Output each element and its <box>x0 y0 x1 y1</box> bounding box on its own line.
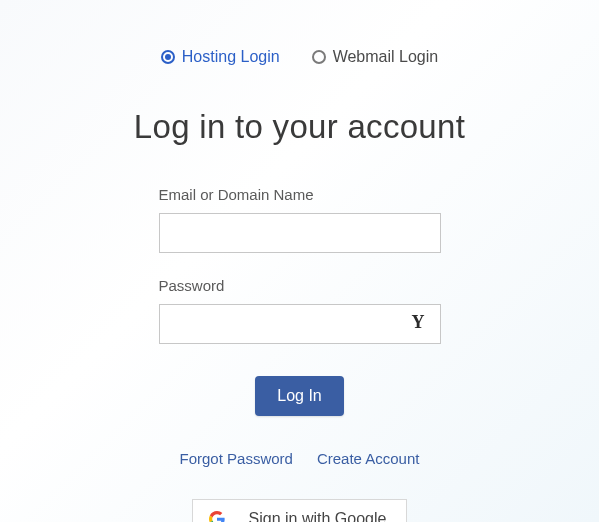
tab-webmail-login[interactable]: Webmail Login <box>312 48 439 66</box>
radio-unselected-icon <box>312 50 326 64</box>
email-input-wrap <box>159 213 441 253</box>
tab-webmail-label: Webmail Login <box>333 48 439 66</box>
login-form: Email or Domain Name Password Y Log In F… <box>159 186 441 522</box>
login-button[interactable]: Log In <box>255 376 343 416</box>
login-type-tabs: Hosting Login Webmail Login <box>161 48 438 66</box>
password-input-wrap: Y <box>159 304 441 344</box>
radio-selected-icon <box>161 50 175 64</box>
google-signin-button[interactable]: Sign in with Google <box>192 499 408 522</box>
aux-links: Forgot Password Create Account <box>159 450 441 467</box>
password-field[interactable] <box>159 304 441 344</box>
email-label: Email or Domain Name <box>159 186 441 203</box>
tab-hosting-login[interactable]: Hosting Login <box>161 48 280 66</box>
password-label: Password <box>159 277 441 294</box>
google-icon <box>209 511 225 522</box>
page-title: Log in to your account <box>134 108 465 146</box>
forgot-password-link[interactable]: Forgot Password <box>180 450 293 467</box>
create-account-link[interactable]: Create Account <box>317 450 420 467</box>
tab-hosting-label: Hosting Login <box>182 48 280 66</box>
email-field[interactable] <box>159 213 441 253</box>
password-manager-icon[interactable]: Y <box>412 312 425 333</box>
google-signin-label: Sign in with Google <box>249 510 387 522</box>
